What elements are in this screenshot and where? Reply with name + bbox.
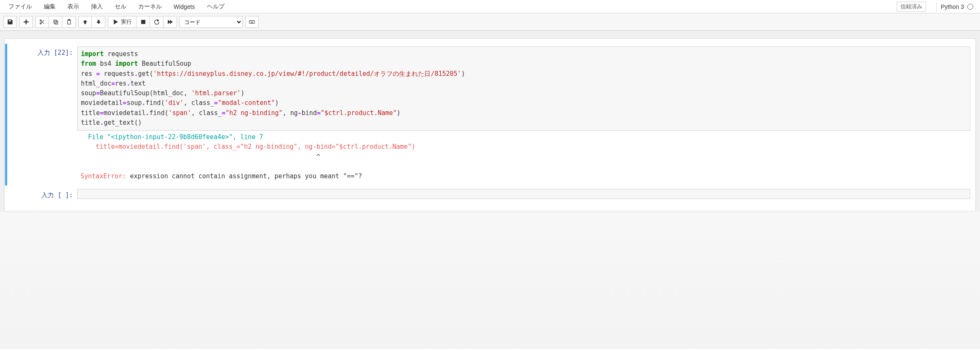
celltype-select[interactable]: コード (179, 16, 243, 28)
svg-rect-2 (54, 20, 56, 23)
code-cell[interactable]: 入力 [ ]: (7, 186, 973, 202)
menu-edit[interactable]: 編集 (38, 0, 62, 13)
fast-forward-icon (167, 19, 173, 25)
svg-rect-5 (68, 19, 70, 21)
kernel-status-icon (967, 4, 973, 10)
copy-button[interactable] (49, 16, 62, 28)
restart-icon (154, 19, 160, 25)
input-prompt: 入力 [22]: (10, 46, 77, 183)
arrow-down-icon (96, 19, 102, 25)
menu-insert[interactable]: 挿入 (85, 0, 109, 13)
menu-view[interactable]: 表示 (62, 0, 85, 13)
code-input[interactable]: import requests from bs4 import Beautifu… (77, 46, 970, 131)
menu-file[interactable]: ファイル (3, 0, 38, 13)
add-cell-button[interactable] (19, 16, 33, 28)
stop-icon (140, 19, 146, 25)
code-input[interactable] (77, 189, 970, 199)
menu-help[interactable]: ヘルプ (201, 0, 230, 13)
trusted-badge[interactable]: 信頼済み (897, 2, 926, 12)
svg-rect-4 (67, 20, 70, 24)
run-button-label: 実行 (121, 18, 132, 26)
paste-button[interactable] (62, 16, 76, 28)
kernel-name[interactable]: Python 3 (941, 3, 964, 10)
scissors-icon (39, 19, 45, 25)
run-button[interactable]: 実行 (108, 16, 137, 28)
arrow-up-icon (82, 19, 88, 25)
play-icon (112, 19, 118, 25)
move-up-button[interactable] (78, 16, 92, 28)
separator (936, 3, 937, 11)
svg-rect-3 (55, 21, 58, 24)
paste-icon (66, 19, 72, 25)
code-cell[interactable]: 入力 [22]: import requests from bs4 import… (5, 44, 973, 185)
menu-cell[interactable]: セル (109, 0, 132, 13)
cut-button[interactable] (35, 16, 49, 28)
save-icon (7, 19, 13, 25)
restart-run-all-button[interactable] (163, 16, 177, 28)
interrupt-button[interactable] (137, 16, 150, 28)
menu-widgets[interactable]: Widgets (168, 1, 201, 13)
cell-output: File "<ipython-input-22-9b8d60feea4e>", … (77, 131, 970, 183)
menubar: ファイル 編集 表示 挿入 セル カーネル Widgets ヘルプ 信頼済み P… (0, 0, 980, 13)
move-down-button[interactable] (92, 16, 105, 28)
notebook: 入力 [22]: import requests from bs4 import… (4, 38, 976, 212)
plus-icon (23, 19, 29, 25)
toolbar: 実行 コード (0, 13, 980, 31)
save-button[interactable] (3, 16, 17, 28)
svg-rect-6 (141, 20, 145, 24)
restart-button[interactable] (150, 16, 163, 28)
notebook-container: 入力 [22]: import requests from bs4 import… (0, 31, 980, 212)
command-palette-button[interactable] (245, 16, 259, 28)
copy-icon (53, 19, 59, 25)
keyboard-icon (249, 19, 255, 25)
menu-kernel[interactable]: カーネル (132, 0, 168, 13)
input-prompt: 入力 [ ]: (10, 189, 77, 199)
